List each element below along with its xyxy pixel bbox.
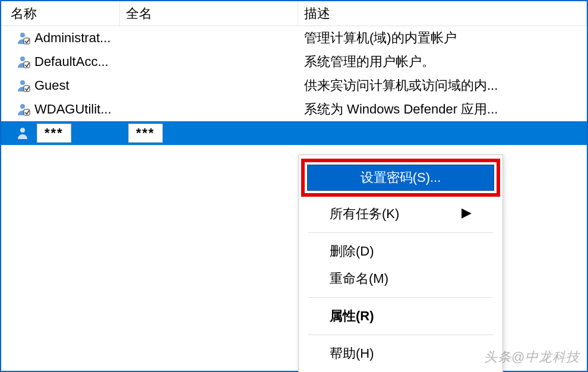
table-row[interactable]: Administrat... 管理计算机(域)的内置帐户 <box>1 26 587 50</box>
user-fullname-masked: *** <box>128 124 163 143</box>
users-panel: 名称 全名 描述 Administrat... 管理计算机(域)的内置帐户 De… <box>0 0 588 372</box>
menu-separator <box>308 232 493 233</box>
user-name: Guest <box>34 78 69 93</box>
user-fullname <box>120 26 298 50</box>
user-description: 系统管理的用户帐户。 <box>298 50 587 74</box>
menu-separator <box>308 335 493 335</box>
menu-separator <box>308 297 493 298</box>
svg-point-4 <box>20 80 25 85</box>
column-header-description[interactable]: 描述 <box>298 1 587 26</box>
user-name: DefaultAcc... <box>34 54 109 70</box>
column-header-fullname[interactable]: 全名 <box>120 1 298 26</box>
user-description: 系统为 Windows Defender 应用... <box>298 97 587 121</box>
table-row[interactable]: DefaultAcc... 系统管理的用户帐户。 <box>1 50 587 74</box>
svg-point-2 <box>20 56 25 61</box>
user-icon <box>17 31 31 45</box>
menu-item-all-tasks[interactable]: 所有任务(K) ▶ <box>300 200 501 228</box>
user-description: 供来宾访问计算机或访问域的内... <box>298 74 587 97</box>
watermark: 头条@中龙科技 <box>484 348 580 366</box>
menu-item-rename[interactable]: 重命名(M) <box>300 265 501 292</box>
svg-point-6 <box>20 104 25 109</box>
user-icon <box>17 78 31 93</box>
user-fullname <box>120 74 298 97</box>
table-row[interactable]: Guest 供来宾访问计算机或访问域的内... <box>1 74 587 97</box>
svg-point-8 <box>20 128 25 133</box>
user-description: 管理计算机(域)的内置帐户 <box>298 26 587 50</box>
menu-item-set-password[interactable]: 设置密码(S)... <box>307 165 494 191</box>
menu-item-delete[interactable]: 删除(D) <box>300 238 501 265</box>
user-name: Administrat... <box>34 30 110 46</box>
table-row[interactable]: WDAGUtilit... 系统为 Windows Defender 应用... <box>1 97 587 121</box>
menu-label: 所有任务(K) <box>330 206 399 221</box>
chevron-right-icon: ▶ <box>461 205 472 220</box>
user-fullname <box>120 97 298 121</box>
context-menu: 设置密码(S)... 所有任务(K) ▶ 删除(D) 重命名(M) 属性(R) … <box>298 155 503 372</box>
column-header-row: 名称 全名 描述 <box>1 1 587 26</box>
menu-item-help[interactable]: 帮助(H) <box>300 340 501 367</box>
user-description <box>298 121 587 145</box>
menu-item-properties[interactable]: 属性(R) <box>300 302 501 330</box>
svg-point-0 <box>20 33 25 37</box>
user-name-masked: *** <box>37 124 71 143</box>
user-icon <box>17 102 31 116</box>
user-fullname <box>120 50 298 74</box>
user-icon <box>17 55 31 69</box>
user-icon <box>17 126 31 140</box>
user-name: WDAGUtilit... <box>34 102 112 117</box>
column-header-name[interactable]: 名称 <box>1 1 120 26</box>
highlight-annotation: 设置密码(S)... <box>301 159 500 197</box>
table-row-selected[interactable]: *** *** <box>1 121 587 145</box>
